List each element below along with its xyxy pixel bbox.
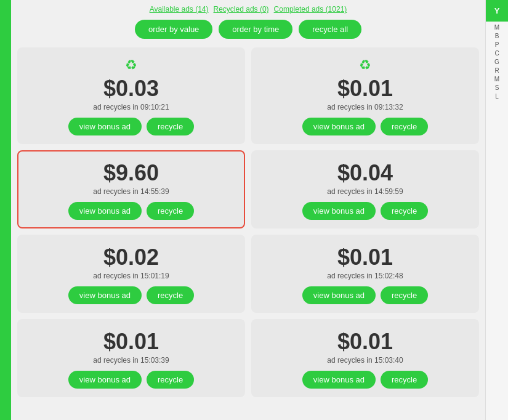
ad-amount: $0.04	[337, 160, 393, 186]
recycle-button[interactable]: recycle	[381, 118, 428, 135]
ad-timer: ad recycles in 14:55:39	[93, 187, 169, 196]
ad-amount: $9.60	[103, 160, 159, 186]
ad-card: ♻ $0.03 ad recycles in 09:10:21 view bon…	[17, 47, 245, 144]
sidebar-letter[interactable]: R	[487, 67, 507, 74]
recycle-button[interactable]: recycle	[147, 371, 194, 389]
ad-card: ♻ $0.01 ad recycles in 09:13:32 view bon…	[251, 47, 479, 144]
sidebar-letters: MBPCGRMSL	[486, 22, 508, 102]
ad-actions: view bonus ad recycle	[302, 118, 428, 135]
tab-available[interactable]: Available ads (14)	[150, 5, 209, 14]
ad-amount: $0.01	[103, 329, 159, 355]
top-tabs: Available ads (14) Recycled ads (0) Comp…	[17, 5, 479, 14]
recycle-button[interactable]: recycle	[381, 371, 428, 389]
view-bonus-ad-button[interactable]: view bonus ad	[302, 202, 376, 220]
ad-timer: ad recycles in 15:03:39	[93, 356, 169, 365]
sidebar-letter[interactable]: P	[487, 41, 507, 48]
ad-amount: $0.03	[103, 76, 159, 102]
sidebar-letter[interactable]: L	[487, 93, 507, 100]
recycle-button[interactable]: recycle	[381, 202, 428, 220]
recycle-button[interactable]: recycle	[381, 286, 428, 304]
right-panel: Y MBPCGRMSL	[485, 0, 508, 420]
ad-actions: view bonus ad recycle	[302, 371, 428, 389]
main-content: Available ads (14) Recycled ads (0) Comp…	[11, 0, 485, 420]
sidebar-letter[interactable]: S	[487, 84, 507, 91]
ad-amount: $0.02	[103, 244, 159, 270]
view-bonus-ad-button[interactable]: view bonus ad	[302, 118, 376, 135]
right-panel-tab[interactable]: Y	[486, 0, 508, 22]
ad-timer: ad recycles in 15:03:40	[327, 356, 403, 365]
view-bonus-ad-button[interactable]: view bonus ad	[68, 371, 142, 389]
view-bonus-ad-button[interactable]: view bonus ad	[302, 286, 376, 304]
ad-card: $0.01 ad recycles in 15:03:39 view bonus…	[17, 319, 245, 397]
ad-actions: view bonus ad recycle	[302, 286, 428, 304]
view-bonus-ad-button[interactable]: view bonus ad	[302, 371, 376, 389]
view-bonus-ad-button[interactable]: view bonus ad	[68, 202, 142, 220]
recycle-button[interactable]: recycle	[147, 118, 194, 135]
ad-card: $0.01 ad recycles in 15:02:48 view bonus…	[251, 235, 479, 313]
ad-card: $0.02 ad recycles in 15:01:19 view bonus…	[17, 235, 245, 313]
ad-timer: ad recycles in 15:02:48	[327, 272, 403, 280]
recycle-button[interactable]: recycle	[147, 202, 194, 220]
tab-recycled[interactable]: Recycled ads (0)	[214, 5, 269, 14]
ad-card: $0.01 ad recycles in 15:03:40 view bonus…	[251, 319, 479, 397]
recycle-button[interactable]: recycle	[147, 286, 194, 304]
view-bonus-ad-button[interactable]: view bonus ad	[68, 118, 142, 135]
sidebar-letter[interactable]: G	[487, 59, 507, 65]
ad-card: $0.04 ad recycles in 14:59:59 view bonus…	[251, 150, 479, 228]
ad-actions: view bonus ad recycle	[68, 118, 194, 135]
recycle-icon: ♻	[125, 57, 137, 73]
ads-grid: ♻ $0.03 ad recycles in 09:10:21 view bon…	[17, 47, 479, 397]
ad-actions: view bonus ad recycle	[68, 371, 194, 389]
recycle-all-button[interactable]: recycle all	[299, 20, 361, 39]
action-buttons: order by value order by time recycle all	[17, 20, 479, 39]
sidebar-letter[interactable]: B	[487, 33, 507, 39]
ad-timer: ad recycles in 15:01:19	[93, 272, 169, 280]
sidebar-letter[interactable]: C	[487, 50, 507, 57]
ad-card: $9.60 ad recycles in 14:55:39 view bonus…	[17, 150, 245, 228]
ad-actions: view bonus ad recycle	[302, 202, 428, 220]
ad-amount: $0.01	[337, 329, 393, 355]
ad-amount: $0.01	[337, 76, 393, 102]
order-by-time-button[interactable]: order by time	[219, 20, 292, 39]
ad-actions: view bonus ad recycle	[68, 286, 194, 304]
ad-timer: ad recycles in 14:59:59	[327, 187, 403, 196]
ad-timer: ad recycles in 09:10:21	[93, 103, 169, 111]
tab-completed[interactable]: Completed ads (1021)	[274, 5, 347, 14]
view-bonus-ad-button[interactable]: view bonus ad	[68, 286, 142, 304]
ad-amount: $0.01	[337, 244, 393, 270]
recycle-icon: ♻	[359, 57, 371, 73]
order-by-value-button[interactable]: order by value	[135, 20, 212, 39]
sidebar-letter[interactable]: M	[487, 76, 507, 83]
sidebar-letter[interactable]: M	[487, 24, 507, 31]
ad-actions: view bonus ad recycle	[68, 202, 194, 220]
left-bar	[0, 0, 11, 420]
ad-timer: ad recycles in 09:13:32	[327, 103, 403, 111]
